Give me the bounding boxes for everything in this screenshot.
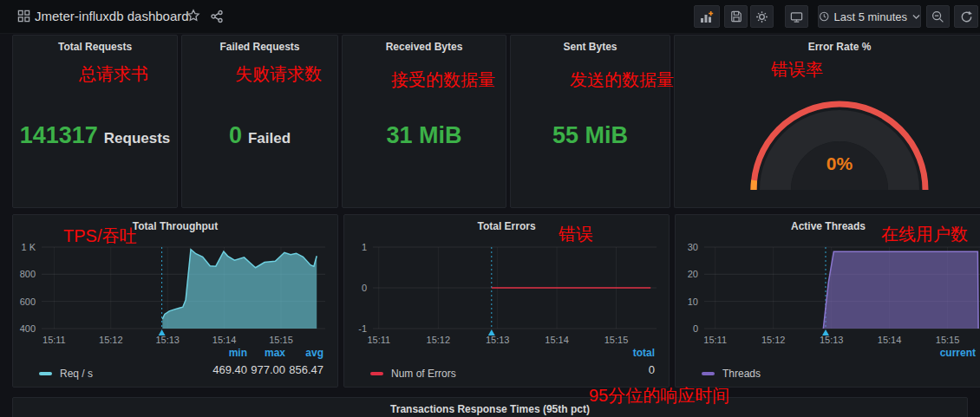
dashboard-title[interactable]: Jmeter-influxdb dashboard — [35, 9, 189, 23]
svg-text:15:13: 15:13 — [820, 335, 844, 345]
svg-text:10: 10 — [688, 296, 698, 307]
svg-text:0: 0 — [693, 323, 698, 334]
panel-title[interactable]: Transactions Response Times (95th pct) — [13, 403, 967, 415]
legend-swatch — [702, 372, 715, 375]
svg-text:15:12: 15:12 — [427, 335, 451, 345]
svg-text:20: 20 — [688, 269, 698, 279]
legend-stats: current — [938, 347, 976, 363]
add-panel-button[interactable] — [694, 5, 720, 28]
legend-errors: Num of Errors — [370, 368, 456, 380]
legend-swatch — [39, 372, 52, 375]
time-range-label: Last 5 minutes — [834, 10, 908, 23]
gauge-value: 0% — [787, 153, 892, 174]
stat-number: 31 MiB — [386, 122, 461, 148]
svg-text:15:11: 15:11 — [703, 335, 727, 345]
panel-title[interactable]: Sent Bytes — [511, 41, 670, 53]
stat-number: 0 — [229, 122, 242, 148]
cycle-view-button[interactable] — [785, 5, 808, 28]
annotation-sent-bytes: 发送的数据量 — [570, 68, 674, 92]
stat-value: 31 MiB — [343, 122, 506, 149]
annotation-errors: 错误 — [559, 223, 593, 246]
stat-current: current — [938, 347, 976, 363]
svg-text:600: 600 — [20, 296, 36, 307]
stat-min: min469.40 — [209, 347, 247, 376]
stat-number: 55 MiB — [552, 122, 628, 148]
panel-total-errors: -10115:1115:1215:1315:1415:15 Total Erro… — [343, 214, 670, 388]
annotation-threads: 在线用户数 — [881, 223, 968, 246]
annotation-error-rate: 错误率 — [771, 58, 823, 81]
svg-text:400: 400 — [20, 323, 36, 334]
svg-text:-1: -1 — [358, 323, 367, 334]
panel-response-times: Transactions Response Times (95th pct) — [12, 397, 968, 417]
stat-avg: avg856.47 — [285, 347, 323, 376]
panel-failed-requests: Failed Requests 失败请求数 0Failed — [181, 35, 338, 208]
legend-stats: min469.40 max977.00 avg856.47 — [209, 347, 323, 376]
svg-text:15:14: 15:14 — [212, 335, 237, 345]
stat-total: total0 — [617, 347, 655, 376]
svg-text:15:11: 15:11 — [42, 335, 66, 345]
stat-value: 0Failed — [182, 122, 337, 149]
svg-text:15:15: 15:15 — [604, 335, 629, 345]
panel-sent-bytes: Sent Bytes 发送的数据量 55 MiB — [510, 35, 670, 208]
stat-max: max977.00 — [247, 347, 285, 376]
svg-text:15:14: 15:14 — [878, 335, 902, 345]
panel-title[interactable]: Total Errors — [344, 220, 669, 232]
svg-text:15:11: 15:11 — [367, 335, 390, 345]
svg-text:15:15: 15:15 — [269, 335, 293, 345]
legend-swatch — [370, 372, 383, 375]
annotation-response-times: 95分位的响应时间 — [589, 384, 729, 407]
save-icon — [730, 10, 742, 23]
time-range-picker[interactable]: Last 5 minutes — [818, 5, 921, 28]
svg-text:15:12: 15:12 — [761, 335, 786, 345]
svg-text:1: 1 — [362, 242, 367, 252]
settings-gear-icon — [755, 10, 768, 23]
stat-suffix: Requests — [104, 130, 171, 147]
dashboard-header: Jmeter-influxdb dashboard — [0, 0, 980, 34]
grafana-dashboard: Jmeter-influxdb dashboard — [0, 0, 980, 417]
svg-text:0: 0 — [362, 283, 367, 293]
panel-title[interactable]: Total Requests — [13, 41, 177, 53]
save-dashboard-button[interactable] — [724, 5, 748, 28]
annotation-throughput: TPS/吞吐 — [63, 225, 136, 248]
panel-received-bytes: Received Bytes 接受的数据量 31 MiB — [342, 35, 506, 208]
svg-text:15:14: 15:14 — [545, 335, 569, 345]
panel-title[interactable]: Received Bytes — [343, 41, 506, 53]
panel-error-rate-gauge: Error Rate % 错误率 0% — [674, 35, 980, 208]
legend-label[interactable]: Num of Errors — [391, 368, 456, 380]
add-panel-icon — [700, 10, 714, 23]
refresh-icon — [960, 10, 973, 23]
svg-text:15:15: 15:15 — [936, 335, 960, 345]
svg-text:15:13: 15:13 — [155, 335, 180, 345]
panel-title[interactable]: Total Throughput — [13, 220, 337, 232]
error-rate-gauge — [675, 36, 980, 209]
panel-title[interactable]: Failed Requests — [182, 41, 337, 53]
zoom-out-icon — [931, 10, 944, 23]
legend-threads: Threads — [702, 368, 761, 380]
legend-label[interactable]: Req / s — [60, 368, 93, 380]
legend-label[interactable]: Threads — [722, 368, 761, 380]
panel-total-throughput: 4006008001 K15:1115:1215:1315:1415:15 To… — [12, 214, 338, 388]
stat-suffix: Failed — [248, 130, 291, 147]
svg-text:15:13: 15:13 — [486, 335, 510, 345]
svg-text:30: 30 — [688, 242, 698, 252]
annotation-received-bytes: 接受的数据量 — [391, 68, 495, 92]
star-icon[interactable] — [186, 9, 200, 26]
stat-value: 141317Requests — [13, 122, 177, 149]
tv-cycle-icon — [790, 10, 803, 23]
panel-total-requests: Total Requests 总请求书 141317Requests — [12, 35, 178, 208]
caret-down-icon — [912, 14, 920, 20]
stat-number: 141317 — [20, 122, 98, 148]
annotation-failed-requests: 失败请求数 — [235, 62, 322, 86]
dashboard-settings-button[interactable] — [750, 5, 774, 28]
legend-stats: total0 — [617, 347, 655, 376]
zoom-out-button[interactable] — [926, 5, 950, 28]
gauge-value-arc — [754, 180, 755, 190]
stat-value: 55 MiB — [511, 122, 670, 149]
panel-active-threads: 010203015:1115:1215:1315:1415:15 Active … — [675, 214, 980, 388]
share-icon[interactable] — [210, 10, 224, 27]
apps-grid-icon[interactable] — [17, 10, 30, 26]
refresh-button[interactable] — [954, 5, 978, 28]
clock-icon — [819, 10, 830, 23]
svg-text:1 K: 1 K — [21, 242, 36, 252]
svg-text:15:12: 15:12 — [99, 335, 123, 345]
